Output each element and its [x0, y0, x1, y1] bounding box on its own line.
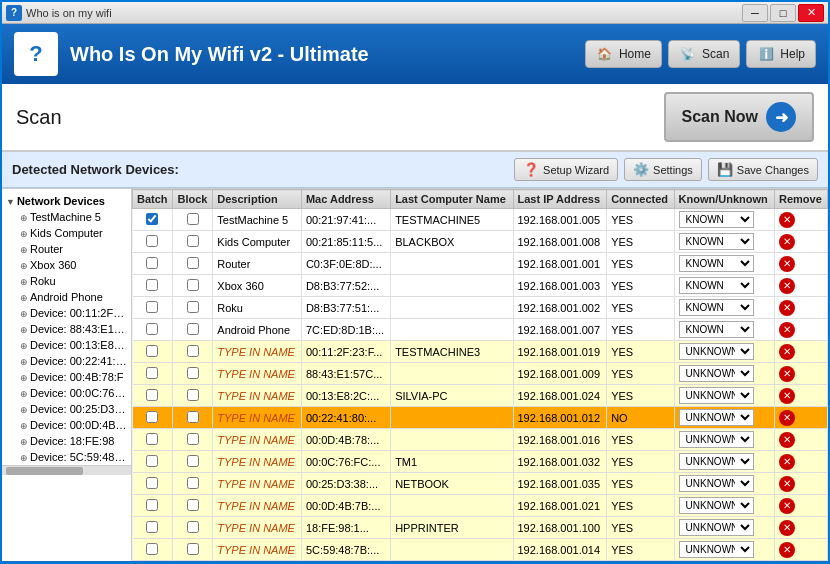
remove-button-10[interactable]: ✕	[779, 432, 795, 448]
sidebar-scrollbar[interactable]	[2, 465, 131, 475]
block-checkbox-9[interactable]	[187, 411, 199, 423]
remove-button-11[interactable]: ✕	[779, 454, 795, 470]
batch-cell-7[interactable]	[133, 363, 173, 385]
known-select-14[interactable]: KNOWNUNKNOWN	[679, 519, 754, 536]
block-cell-12[interactable]	[173, 473, 213, 495]
batch-checkbox-9[interactable]	[146, 411, 158, 423]
batch-cell-2[interactable]	[133, 253, 173, 275]
sidebar-item-13[interactable]: ⊕Device: 00:25:D3:38	[2, 401, 131, 417]
remove-cell-10[interactable]: ✕	[774, 429, 827, 451]
block-cell-9[interactable]	[173, 407, 213, 429]
batch-checkbox-7[interactable]	[146, 367, 158, 379]
block-cell-10[interactable]	[173, 429, 213, 451]
remove-cell-2[interactable]: ✕	[774, 253, 827, 275]
remove-cell-14[interactable]: ✕	[774, 517, 827, 539]
batch-checkbox-1[interactable]	[146, 235, 158, 247]
batch-checkbox-10[interactable]	[146, 433, 158, 445]
remove-button-2[interactable]: ✕	[779, 256, 795, 272]
sidebar-item-12[interactable]: ⊕Device: 00:0C:76:FC	[2, 385, 131, 401]
block-checkbox-6[interactable]	[187, 345, 199, 357]
batch-cell-12[interactable]	[133, 473, 173, 495]
block-checkbox-14[interactable]	[187, 521, 199, 533]
sidebar-item-0[interactable]: ▼Network Devices	[2, 193, 131, 209]
batch-cell-10[interactable]	[133, 429, 173, 451]
known-select-9[interactable]: KNOWNUNKNOWN	[679, 409, 754, 426]
batch-checkbox-4[interactable]	[146, 301, 158, 313]
known-cell-9[interactable]: KNOWNUNKNOWN	[674, 407, 774, 429]
known-select-10[interactable]: KNOWNUNKNOWN	[679, 431, 754, 448]
remove-cell-1[interactable]: ✕	[774, 231, 827, 253]
known-cell-8[interactable]: KNOWNUNKNOWN	[674, 385, 774, 407]
batch-checkbox-2[interactable]	[146, 257, 158, 269]
known-select-3[interactable]: KNOWNUNKNOWN	[679, 277, 754, 294]
sidebar-item-3[interactable]: ⊕Router	[2, 241, 131, 257]
remove-cell-13[interactable]: ✕	[774, 495, 827, 517]
known-cell-10[interactable]: KNOWNUNKNOWN	[674, 429, 774, 451]
sidebar-item-2[interactable]: ⊕Kids Computer	[2, 225, 131, 241]
block-cell-7[interactable]	[173, 363, 213, 385]
block-checkbox-0[interactable]	[187, 213, 199, 225]
remove-button-12[interactable]: ✕	[779, 476, 795, 492]
known-cell-15[interactable]: KNOWNUNKNOWN	[674, 539, 774, 561]
save-changes-btn[interactable]: 💾 Save Changes	[708, 158, 818, 181]
remove-cell-8[interactable]: ✕	[774, 385, 827, 407]
block-cell-4[interactable]	[173, 297, 213, 319]
known-select-7[interactable]: KNOWNUNKNOWN	[679, 365, 754, 382]
known-select-12[interactable]: KNOWNUNKNOWN	[679, 475, 754, 492]
remove-button-4[interactable]: ✕	[779, 300, 795, 316]
remove-cell-9[interactable]: ✕	[774, 407, 827, 429]
block-checkbox-11[interactable]	[187, 455, 199, 467]
remove-cell-11[interactable]: ✕	[774, 451, 827, 473]
block-cell-5[interactable]	[173, 319, 213, 341]
home-nav-btn[interactable]: 🏠 Home	[585, 40, 662, 68]
batch-checkbox-13[interactable]	[146, 499, 158, 511]
sidebar-item-16[interactable]: ⊕Device: 5C:59:48:7B	[2, 449, 131, 465]
block-cell-11[interactable]	[173, 451, 213, 473]
block-checkbox-5[interactable]	[187, 323, 199, 335]
remove-button-6[interactable]: ✕	[779, 344, 795, 360]
sidebar-item-7[interactable]: ⊕Device: 00:11:2F:23	[2, 305, 131, 321]
setup-wizard-btn[interactable]: ❓ Setup Wizard	[514, 158, 618, 181]
block-cell-15[interactable]	[173, 539, 213, 561]
batch-cell-14[interactable]	[133, 517, 173, 539]
block-checkbox-15[interactable]	[187, 543, 199, 555]
batch-cell-8[interactable]	[133, 385, 173, 407]
batch-cell-5[interactable]	[133, 319, 173, 341]
known-cell-13[interactable]: KNOWNUNKNOWN	[674, 495, 774, 517]
known-select-4[interactable]: KNOWNUNKNOWN	[679, 299, 754, 316]
block-checkbox-4[interactable]	[187, 301, 199, 313]
known-cell-2[interactable]: KNOWNUNKNOWN	[674, 253, 774, 275]
block-checkbox-13[interactable]	[187, 499, 199, 511]
block-cell-2[interactable]	[173, 253, 213, 275]
help-nav-btn[interactable]: ℹ️ Help	[746, 40, 816, 68]
minimize-button[interactable]: ─	[742, 4, 768, 22]
block-cell-6[interactable]	[173, 341, 213, 363]
scan-now-button[interactable]: Scan Now ➜	[664, 92, 814, 142]
remove-cell-15[interactable]: ✕	[774, 539, 827, 561]
known-cell-12[interactable]: KNOWNUNKNOWN	[674, 473, 774, 495]
settings-btn[interactable]: ⚙️ Settings	[624, 158, 702, 181]
sidebar-item-14[interactable]: ⊕Device: 00:0D:4B:7B	[2, 417, 131, 433]
block-checkbox-12[interactable]	[187, 477, 199, 489]
block-cell-0[interactable]	[173, 209, 213, 231]
batch-cell-11[interactable]	[133, 451, 173, 473]
known-select-5[interactable]: KNOWNUNKNOWN	[679, 321, 754, 338]
remove-button-1[interactable]: ✕	[779, 234, 795, 250]
known-select-6[interactable]: KNOWNUNKNOWN	[679, 343, 754, 360]
remove-button-5[interactable]: ✕	[779, 322, 795, 338]
known-cell-7[interactable]: KNOWNUNKNOWN	[674, 363, 774, 385]
block-cell-3[interactable]	[173, 275, 213, 297]
remove-cell-5[interactable]: ✕	[774, 319, 827, 341]
known-select-11[interactable]: KNOWNUNKNOWN	[679, 453, 754, 470]
remove-button-13[interactable]: ✕	[779, 498, 795, 514]
known-select-1[interactable]: KNOWNUNKNOWN	[679, 233, 754, 250]
batch-checkbox-15[interactable]	[146, 543, 158, 555]
sidebar-item-10[interactable]: ⊕Device: 00:22:41:80	[2, 353, 131, 369]
block-cell-13[interactable]	[173, 495, 213, 517]
sidebar-item-15[interactable]: ⊕Device: 18:FE:98	[2, 433, 131, 449]
batch-checkbox-0[interactable]	[146, 213, 158, 225]
sidebar-item-11[interactable]: ⊕Device: 00:4B:78:F	[2, 369, 131, 385]
batch-cell-13[interactable]	[133, 495, 173, 517]
known-cell-3[interactable]: KNOWNUNKNOWN	[674, 275, 774, 297]
known-select-15[interactable]: KNOWNUNKNOWN	[679, 541, 754, 558]
